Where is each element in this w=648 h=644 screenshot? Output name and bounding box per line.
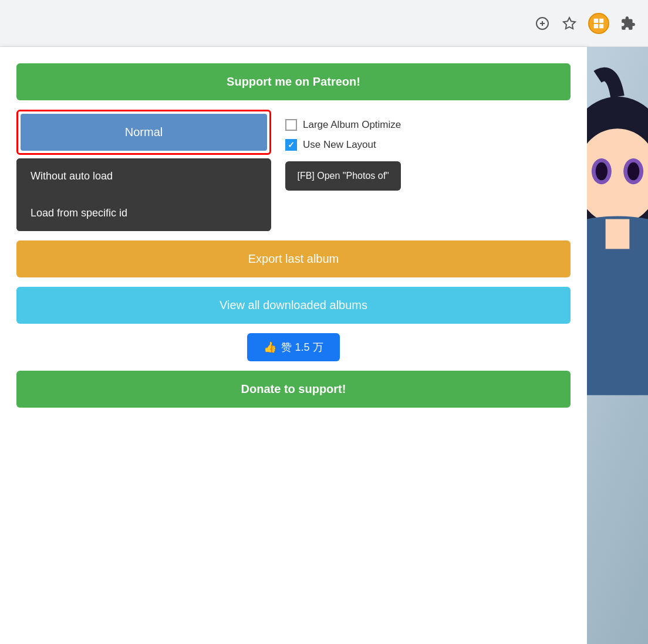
add-tab-icon[interactable] [534,15,551,32]
browser-bar [0,0,648,47]
donate-button[interactable]: Donate to support! [16,371,571,408]
dark-buttons-group: Without auto load Load from specific id [16,158,271,231]
svg-rect-7 [599,23,603,28]
load-buttons-group: Normal Without auto load Load from speci… [16,110,271,231]
options-panel: Large Album Optimize Use New Layout [FB]… [285,110,401,191]
support-patreon-button[interactable]: Support me on Patreon! [16,63,571,100]
bookmark-icon[interactable] [561,15,578,32]
svg-rect-5 [599,18,603,22]
anime-image [587,47,648,644]
popup-panel: Support me on Patreon! Normal Without au… [0,47,587,644]
use-new-layout-label: Use New Layout [303,139,376,151]
svg-point-13 [596,162,608,181]
like-text: 赞 1.5 万 [281,340,323,354]
normal-button-wrapper: Normal [16,110,271,155]
svg-point-14 [627,162,639,181]
normal-button[interactable]: Normal [21,114,267,151]
puzzle-icon[interactable] [620,15,636,32]
large-album-row: Large Album Optimize [285,119,401,131]
fb-open-photos-button[interactable]: [FB] Open "Photos of" [285,161,401,191]
large-album-label: Large Album Optimize [303,119,401,131]
svg-rect-6 [594,23,598,28]
export-album-button[interactable]: Export last album [16,240,571,277]
middle-section: Normal Without auto load Load from speci… [16,110,571,231]
large-album-checkbox[interactable] [285,119,297,131]
without-auto-load-button[interactable]: Without auto load [16,158,269,194]
right-panel: K [587,47,648,644]
like-button[interactable]: 👍 赞 1.5 万 [247,333,339,361]
svg-marker-3 [563,18,575,29]
main-area: Support me on Patreon! Normal Without au… [0,47,648,644]
svg-rect-4 [594,18,598,22]
like-thumb-icon: 👍 [264,341,276,354]
load-specific-id-button[interactable]: Load from specific id [16,195,269,231]
use-new-layout-row: Use New Layout [285,139,401,151]
view-albums-button[interactable]: View all downloaded albums [16,287,571,324]
extension-active-icon[interactable] [588,13,609,34]
svg-rect-15 [606,219,630,249]
like-section: 👍 赞 1.5 万 [16,333,571,361]
use-new-layout-checkbox[interactable] [285,139,297,151]
